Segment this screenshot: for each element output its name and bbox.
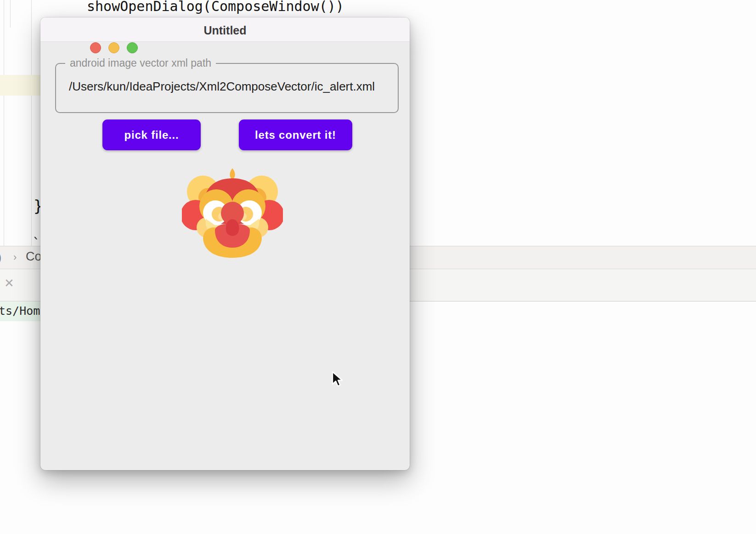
window-title: Untitled (40, 24, 410, 37)
breadcrumb-item[interactable]: Co (26, 250, 42, 264)
traffic-zoom-button[interactable] (127, 42, 138, 53)
traffic-minimize-button[interactable] (108, 42, 119, 53)
untitled-dialog-window: Untitled android image vector xml path /… (40, 17, 410, 470)
close-icon[interactable]: ✕ (4, 276, 14, 290)
xml-path-label: android image vector xml path (65, 57, 216, 69)
pick-file-button[interactable]: pick file... (102, 119, 201, 150)
traffic-close-button[interactable] (90, 42, 101, 53)
run-output-text[interactable]: ts/Home (0, 304, 47, 318)
mouse-cursor-icon (330, 370, 346, 389)
convert-button[interactable]: lets convert it! (239, 119, 352, 150)
xml-path-value: /Users/kun/IdeaProjects/Xml2ComposeVecto… (69, 80, 375, 94)
editor-code-line[interactable]: showOpenDialog(ComposeWindow()) (87, 0, 344, 14)
breadcrumb-paren: ) (0, 250, 1, 265)
lion-dance-icon (182, 167, 283, 264)
indent-guide (4, 0, 4, 269)
indent-guide (31, 0, 32, 269)
editor-current-line-highlight (0, 75, 44, 96)
chevron-right-icon: › (13, 251, 17, 263)
indent-guide (10, 0, 11, 28)
window-titlebar[interactable]: Untitled (40, 17, 410, 42)
xml-path-input[interactable]: android image vector xml path /Users/kun… (55, 63, 399, 113)
